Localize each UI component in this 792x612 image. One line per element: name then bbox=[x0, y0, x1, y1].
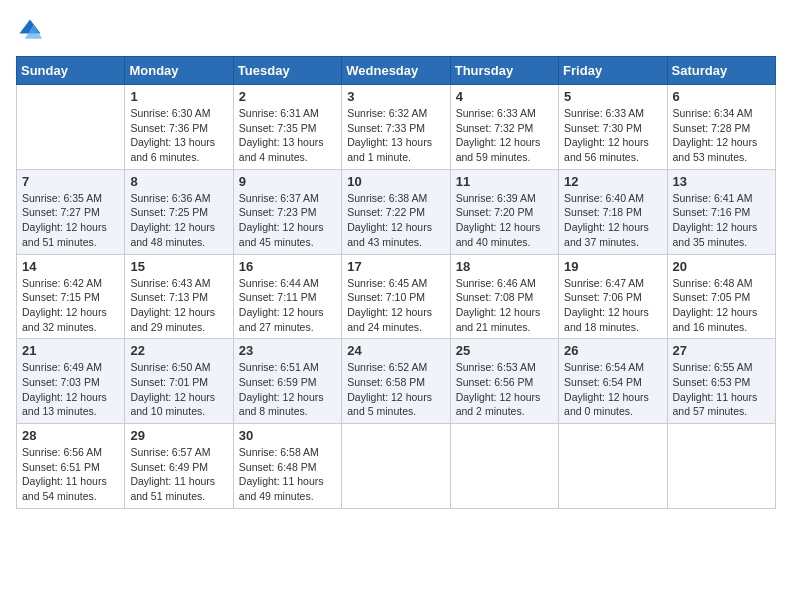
sunset-text: Sunset: 7:05 PM bbox=[673, 291, 751, 303]
calendar-cell bbox=[559, 424, 667, 509]
sunrise-text: Sunrise: 6:41 AM bbox=[673, 192, 753, 204]
header-tuesday: Tuesday bbox=[233, 57, 341, 85]
calendar-cell: 9 Sunrise: 6:37 AM Sunset: 7:23 PM Dayli… bbox=[233, 169, 341, 254]
sunrise-text: Sunrise: 6:39 AM bbox=[456, 192, 536, 204]
daylight-text: Daylight: 12 hours and 27 minutes. bbox=[239, 306, 324, 333]
calendar-cell: 28 Sunrise: 6:56 AM Sunset: 6:51 PM Dayl… bbox=[17, 424, 125, 509]
sunrise-text: Sunrise: 6:46 AM bbox=[456, 277, 536, 289]
day-number: 13 bbox=[673, 174, 770, 189]
sunrise-text: Sunrise: 6:56 AM bbox=[22, 446, 102, 458]
daylight-text: Daylight: 12 hours and 59 minutes. bbox=[456, 136, 541, 163]
sunset-text: Sunset: 7:33 PM bbox=[347, 122, 425, 134]
calendar-week-row: 21 Sunrise: 6:49 AM Sunset: 7:03 PM Dayl… bbox=[17, 339, 776, 424]
day-number: 9 bbox=[239, 174, 336, 189]
calendar-cell bbox=[17, 85, 125, 170]
sunrise-text: Sunrise: 6:45 AM bbox=[347, 277, 427, 289]
day-info: Sunrise: 6:57 AM Sunset: 6:49 PM Dayligh… bbox=[130, 445, 227, 504]
day-number: 18 bbox=[456, 259, 553, 274]
day-info: Sunrise: 6:33 AM Sunset: 7:32 PM Dayligh… bbox=[456, 106, 553, 165]
calendar-cell bbox=[342, 424, 450, 509]
sunset-text: Sunset: 7:08 PM bbox=[456, 291, 534, 303]
day-info: Sunrise: 6:31 AM Sunset: 7:35 PM Dayligh… bbox=[239, 106, 336, 165]
sunset-text: Sunset: 7:27 PM bbox=[22, 206, 100, 218]
daylight-text: Daylight: 12 hours and 53 minutes. bbox=[673, 136, 758, 163]
header-monday: Monday bbox=[125, 57, 233, 85]
sunrise-text: Sunrise: 6:58 AM bbox=[239, 446, 319, 458]
sunset-text: Sunset: 7:36 PM bbox=[130, 122, 208, 134]
day-info: Sunrise: 6:51 AM Sunset: 6:59 PM Dayligh… bbox=[239, 360, 336, 419]
calendar-cell: 7 Sunrise: 6:35 AM Sunset: 7:27 PM Dayli… bbox=[17, 169, 125, 254]
day-number: 11 bbox=[456, 174, 553, 189]
day-number: 2 bbox=[239, 89, 336, 104]
sunset-text: Sunset: 7:22 PM bbox=[347, 206, 425, 218]
day-info: Sunrise: 6:52 AM Sunset: 6:58 PM Dayligh… bbox=[347, 360, 444, 419]
sunrise-text: Sunrise: 6:53 AM bbox=[456, 361, 536, 373]
calendar-table: SundayMondayTuesdayWednesdayThursdayFrid… bbox=[16, 56, 776, 509]
sunset-text: Sunset: 7:01 PM bbox=[130, 376, 208, 388]
day-info: Sunrise: 6:48 AM Sunset: 7:05 PM Dayligh… bbox=[673, 276, 770, 335]
calendar-cell: 23 Sunrise: 6:51 AM Sunset: 6:59 PM Dayl… bbox=[233, 339, 341, 424]
calendar-cell: 14 Sunrise: 6:42 AM Sunset: 7:15 PM Dayl… bbox=[17, 254, 125, 339]
calendar-cell: 16 Sunrise: 6:44 AM Sunset: 7:11 PM Dayl… bbox=[233, 254, 341, 339]
sunrise-text: Sunrise: 6:32 AM bbox=[347, 107, 427, 119]
day-info: Sunrise: 6:34 AM Sunset: 7:28 PM Dayligh… bbox=[673, 106, 770, 165]
daylight-text: Daylight: 12 hours and 45 minutes. bbox=[239, 221, 324, 248]
daylight-text: Daylight: 12 hours and 24 minutes. bbox=[347, 306, 432, 333]
daylight-text: Daylight: 13 hours and 4 minutes. bbox=[239, 136, 324, 163]
calendar-cell: 2 Sunrise: 6:31 AM Sunset: 7:35 PM Dayli… bbox=[233, 85, 341, 170]
sunrise-text: Sunrise: 6:42 AM bbox=[22, 277, 102, 289]
daylight-text: Daylight: 12 hours and 0 minutes. bbox=[564, 391, 649, 418]
daylight-text: Daylight: 12 hours and 18 minutes. bbox=[564, 306, 649, 333]
day-info: Sunrise: 6:43 AM Sunset: 7:13 PM Dayligh… bbox=[130, 276, 227, 335]
sunset-text: Sunset: 6:54 PM bbox=[564, 376, 642, 388]
day-info: Sunrise: 6:50 AM Sunset: 7:01 PM Dayligh… bbox=[130, 360, 227, 419]
sunset-text: Sunset: 6:48 PM bbox=[239, 461, 317, 473]
daylight-text: Daylight: 12 hours and 29 minutes. bbox=[130, 306, 215, 333]
sunset-text: Sunset: 6:59 PM bbox=[239, 376, 317, 388]
header-saturday: Saturday bbox=[667, 57, 775, 85]
day-number: 16 bbox=[239, 259, 336, 274]
sunrise-text: Sunrise: 6:51 AM bbox=[239, 361, 319, 373]
day-info: Sunrise: 6:54 AM Sunset: 6:54 PM Dayligh… bbox=[564, 360, 661, 419]
sunrise-text: Sunrise: 6:57 AM bbox=[130, 446, 210, 458]
day-number: 12 bbox=[564, 174, 661, 189]
sunset-text: Sunset: 7:16 PM bbox=[673, 206, 751, 218]
sunrise-text: Sunrise: 6:36 AM bbox=[130, 192, 210, 204]
daylight-text: Daylight: 11 hours and 51 minutes. bbox=[130, 475, 215, 502]
daylight-text: Daylight: 13 hours and 6 minutes. bbox=[130, 136, 215, 163]
daylight-text: Daylight: 12 hours and 16 minutes. bbox=[673, 306, 758, 333]
calendar-cell: 22 Sunrise: 6:50 AM Sunset: 7:01 PM Dayl… bbox=[125, 339, 233, 424]
day-info: Sunrise: 6:30 AM Sunset: 7:36 PM Dayligh… bbox=[130, 106, 227, 165]
header-friday: Friday bbox=[559, 57, 667, 85]
sunrise-text: Sunrise: 6:33 AM bbox=[564, 107, 644, 119]
day-number: 30 bbox=[239, 428, 336, 443]
calendar-cell: 3 Sunrise: 6:32 AM Sunset: 7:33 PM Dayli… bbox=[342, 85, 450, 170]
sunset-text: Sunset: 6:58 PM bbox=[347, 376, 425, 388]
day-number: 27 bbox=[673, 343, 770, 358]
sunset-text: Sunset: 7:30 PM bbox=[564, 122, 642, 134]
calendar-week-row: 28 Sunrise: 6:56 AM Sunset: 6:51 PM Dayl… bbox=[17, 424, 776, 509]
calendar-cell: 4 Sunrise: 6:33 AM Sunset: 7:32 PM Dayli… bbox=[450, 85, 558, 170]
daylight-text: Daylight: 12 hours and 35 minutes. bbox=[673, 221, 758, 248]
daylight-text: Daylight: 12 hours and 37 minutes. bbox=[564, 221, 649, 248]
calendar-week-row: 7 Sunrise: 6:35 AM Sunset: 7:27 PM Dayli… bbox=[17, 169, 776, 254]
sunrise-text: Sunrise: 6:38 AM bbox=[347, 192, 427, 204]
day-info: Sunrise: 6:42 AM Sunset: 7:15 PM Dayligh… bbox=[22, 276, 119, 335]
sunset-text: Sunset: 6:53 PM bbox=[673, 376, 751, 388]
daylight-text: Daylight: 12 hours and 40 minutes. bbox=[456, 221, 541, 248]
calendar-cell: 15 Sunrise: 6:43 AM Sunset: 7:13 PM Dayl… bbox=[125, 254, 233, 339]
calendar-week-row: 1 Sunrise: 6:30 AM Sunset: 7:36 PM Dayli… bbox=[17, 85, 776, 170]
calendar-cell: 19 Sunrise: 6:47 AM Sunset: 7:06 PM Dayl… bbox=[559, 254, 667, 339]
daylight-text: Daylight: 12 hours and 10 minutes. bbox=[130, 391, 215, 418]
day-number: 21 bbox=[22, 343, 119, 358]
daylight-text: Daylight: 12 hours and 13 minutes. bbox=[22, 391, 107, 418]
sunset-text: Sunset: 7:06 PM bbox=[564, 291, 642, 303]
sunset-text: Sunset: 7:13 PM bbox=[130, 291, 208, 303]
day-info: Sunrise: 6:58 AM Sunset: 6:48 PM Dayligh… bbox=[239, 445, 336, 504]
daylight-text: Daylight: 12 hours and 2 minutes. bbox=[456, 391, 541, 418]
sunrise-text: Sunrise: 6:47 AM bbox=[564, 277, 644, 289]
calendar-cell: 17 Sunrise: 6:45 AM Sunset: 7:10 PM Dayl… bbox=[342, 254, 450, 339]
day-info: Sunrise: 6:37 AM Sunset: 7:23 PM Dayligh… bbox=[239, 191, 336, 250]
day-number: 20 bbox=[673, 259, 770, 274]
day-info: Sunrise: 6:44 AM Sunset: 7:11 PM Dayligh… bbox=[239, 276, 336, 335]
